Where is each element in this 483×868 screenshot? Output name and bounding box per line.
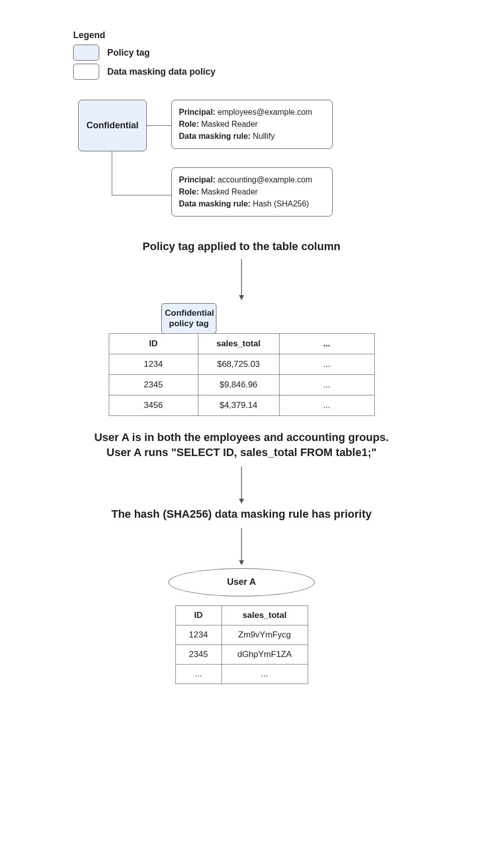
principal-label: Principal: [179,175,215,184]
data-policy-box-employees: Principal: employees@example.com Role: M… [171,100,333,149]
role-label: Role: [179,120,199,128]
arrow-down-icon [236,527,247,566]
legend-block: Legend Policy tag Data masking data poli… [73,30,443,80]
arrow-down-icon [236,258,247,301]
svg-marker-5 [239,560,244,565]
caption-line: User A runs "SELECT ID, sales_total FROM… [107,446,377,459]
arrow-down-icon [236,466,247,505]
connector-line-icon [147,125,171,126]
connector-line-icon [112,195,171,195]
role-value: Masked Reader [201,187,258,196]
cell-id: 2345 [109,374,198,395]
source-table: ID sales_total ... 1234 $68,725.03 ... 2… [109,333,375,416]
connector-line-icon [112,151,112,195]
caption-line: User A is in both the employees and acco… [94,431,389,444]
role-label: Role: [179,187,199,196]
arrow-down-block [40,258,443,301]
table-row: 2345 $9,846.96 ... [109,374,374,395]
cell-ellipsis: ... [221,664,308,684]
cell-id: 3456 [109,395,198,415]
svg-marker-3 [239,499,244,504]
col-header-ellipsis: ... [279,333,374,354]
cell-id: 1234 [175,625,221,644]
col-header-sales-total: sales_total [221,605,308,625]
col-header-sales-total: sales_total [198,333,279,354]
caption-user-scenario: User A is in both the employees and acco… [40,430,443,461]
arrow-down-block [40,527,443,566]
cell-ellipsis: ... [279,354,374,374]
badge-line: policy tag [169,319,208,328]
cell-ellipsis: ... [279,374,374,395]
data-policy-box-accounting: Principal: accounting@example.com Role: … [171,167,333,216]
section-title-applied: Policy tag applied to the table column [40,240,443,253]
user-a-oval: User A [168,568,315,596]
rule-value: Hash (SHA256) [253,199,309,208]
legend-label-policy-tag: Policy tag [107,48,150,58]
table-row: 1234 $68,725.03 ... [109,354,374,374]
col-header-id: ID [175,605,221,625]
table-header-row: ID sales_total ... [109,333,374,354]
cell-id: 2345 [175,644,221,664]
cell-sales-total-masked: dGhpYmF1ZA [221,644,308,664]
cell-ellipsis: ... [279,395,374,415]
policy-diagram: Confidential Principal: employees@exampl… [40,100,443,230]
cell-ellipsis: ... [175,664,221,684]
data-policy-swatch-icon [73,64,99,80]
cell-sales-total-masked: Zm9vYmFycg [221,625,308,644]
table-row: ... ... [175,664,308,684]
cell-sales-total: $4,379.14 [198,395,279,415]
role-value: Masked Reader [201,120,258,128]
svg-marker-1 [239,295,244,300]
legend-row-policy-tag: Policy tag [73,45,443,61]
principal-value: accounting@example.com [217,175,312,184]
legend-row-data-policy: Data masking data policy [73,64,443,80]
arrow-down-block [40,466,443,505]
principal-value: employees@example.com [217,108,312,116]
table-row: 1234 Zm9vYmFycg [175,625,308,644]
cell-id: 1234 [109,354,198,374]
principal-label: Principal: [179,108,215,116]
table-row: 2345 dGhpYmF1ZA [175,644,308,664]
legend-label-data-policy: Data masking data policy [107,67,215,77]
cell-sales-total: $9,846.96 [198,374,279,395]
confidential-policy-tag-badge: Confidential policy tag [161,303,216,334]
rule-value: Nullify [253,132,275,140]
legend-title: Legend [73,30,443,41]
badge-line: Confidential [165,308,214,318]
caption-priority: The hash (SHA256) data masking rule has … [40,507,443,522]
confidential-policy-tag-box: Confidential [78,100,147,151]
rule-label: Data masking rule: [179,132,251,140]
table-row: 3456 $4,379.14 ... [109,395,374,415]
table-header-row: ID sales_total [175,605,308,625]
rule-label: Data masking rule: [179,199,251,208]
result-table: ID sales_total 1234 Zm9vYmFycg 2345 dGhp… [175,605,308,684]
cell-sales-total: $68,725.03 [198,354,279,374]
policy-tag-swatch-icon [73,45,99,61]
col-header-id: ID [109,333,198,354]
